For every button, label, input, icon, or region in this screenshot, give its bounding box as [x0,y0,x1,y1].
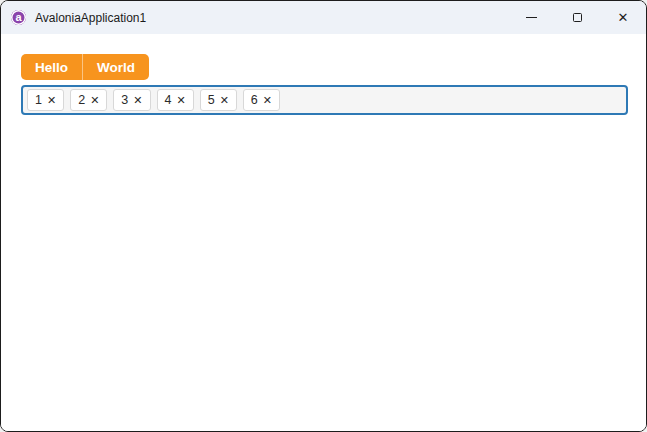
remove-tag-icon[interactable]: ✕ [133,95,142,106]
window-content: Hello World 1 ✕ 2 ✕ 3 ✕ 4 ✕ 5 ✕ [1,34,646,432]
tag-chip: 2 ✕ [70,89,107,111]
app-window: a AvaloniaApplication1 ✕ Hello World 1 ✕ [0,0,647,432]
remove-tag-icon[interactable]: ✕ [176,95,185,106]
tag-chip: 3 ✕ [113,89,150,111]
window-title: AvaloniaApplication1 [35,11,146,25]
titlebar[interactable]: a AvaloniaApplication1 ✕ [1,1,646,34]
maximize-button[interactable] [554,1,600,34]
remove-tag-icon[interactable]: ✕ [47,95,56,106]
tag-chip: 5 ✕ [200,89,237,111]
minimize-icon [526,17,537,18]
minimize-button[interactable] [508,1,554,34]
remove-tag-icon[interactable]: ✕ [263,95,272,106]
remove-tag-icon[interactable]: ✕ [90,95,99,106]
tag-chip-label: 2 [78,93,85,107]
hello-world-split-button: Hello World [21,54,149,80]
window-controls: ✕ [508,1,646,34]
world-button[interactable]: World [82,54,149,80]
tag-chip-label: 4 [165,93,172,107]
tag-chip-label: 5 [208,93,215,107]
tag-chip: 1 ✕ [27,89,64,111]
maximize-icon [573,13,582,22]
tag-chip: 6 ✕ [243,89,280,111]
remove-tag-icon[interactable]: ✕ [220,95,229,106]
avalonia-logo-icon: a [11,10,26,25]
tag-chip: 4 ✕ [157,89,194,111]
tag-chip-label: 6 [251,93,258,107]
close-button[interactable]: ✕ [600,1,646,34]
tag-chip-label: 1 [35,93,42,107]
tags-input[interactable]: 1 ✕ 2 ✕ 3 ✕ 4 ✕ 5 ✕ 6 ✕ [21,85,628,115]
hello-button[interactable]: Hello [21,54,82,80]
tag-chip-label: 3 [121,93,128,107]
close-icon: ✕ [618,11,629,24]
